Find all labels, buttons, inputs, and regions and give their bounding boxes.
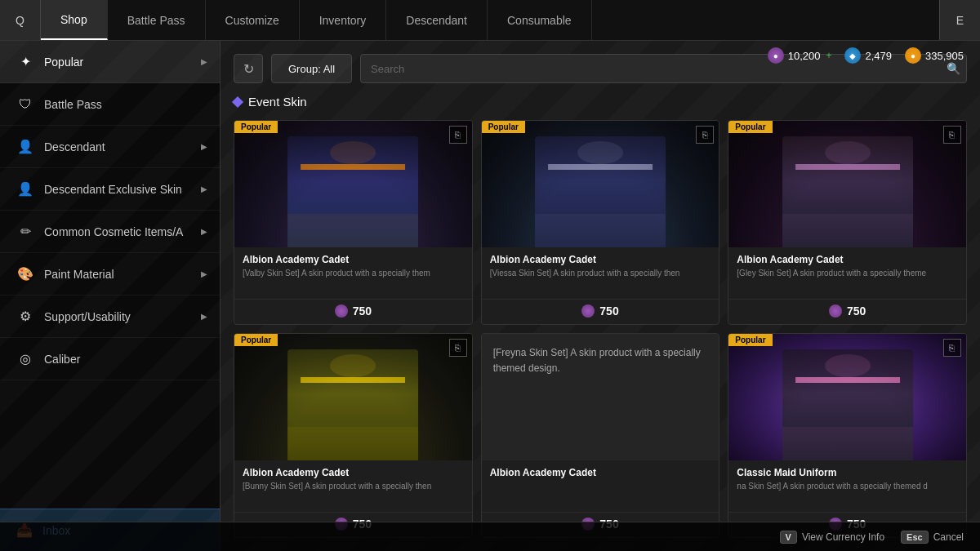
tab-battlepass[interactable]: Battle Pass (108, 0, 206, 40)
sidebar-item-caliber[interactable]: ◎ Caliber (0, 338, 220, 380)
tab-inventory[interactable]: Inventory (300, 0, 387, 40)
person-icon: 👤 (16, 138, 34, 156)
cancel-action[interactable]: Esc Cancel (901, 531, 964, 544)
q-key-icon: Q (16, 14, 24, 27)
group-filter-button[interactable]: Group: All (271, 54, 352, 83)
item-name-item4: Albion Academy Cadet (243, 467, 464, 478)
sidebar-item-descendant-skin[interactable]: 👤 Descendant Exclusive Skin ▶ (0, 168, 220, 211)
v-key: V (780, 531, 797, 544)
purple-plus: + (826, 50, 831, 61)
sidebar-item-descendant[interactable]: 👤 Descendant ▶ (0, 126, 220, 168)
currency-gold: ● 335,905 (905, 47, 964, 64)
sidebar-label-caliber: Caliber (44, 353, 80, 366)
gold-currency-icon: ● (905, 47, 921, 64)
sidebar-label-descendant-skin: Descendant Exclusive Skin (44, 183, 182, 196)
nav-left-button[interactable]: Q (0, 0, 41, 40)
sidebar-item-battlepass[interactable]: 🛡 Battle Pass (0, 83, 220, 126)
view-currency-action[interactable]: V View Currency Info (780, 531, 885, 544)
purple-currency-icon: ● (768, 47, 784, 64)
purple-amount: 10,200 (788, 50, 821, 62)
tab-shop-label: Shop (60, 13, 87, 26)
tab-battlepass-label: Battle Pass (127, 14, 185, 27)
item-info-item3: Albion Academy Cadet [Gley Skin Set] A s… (728, 247, 966, 299)
sidebar-label-paint: Paint Material (44, 268, 114, 281)
item-thumbnail-item1 (234, 121, 472, 247)
star-icon: ✦ (16, 53, 34, 71)
bottom-bar: V View Currency Info Esc Cancel (0, 522, 980, 551)
sidebar-item-popular[interactable]: ✦ Popular ▶ (0, 41, 220, 83)
copy-icon[interactable]: ⎘ (943, 339, 961, 357)
item-card-item2[interactable]: Popular ⎘ Albion Academy Cadet [Viessa S… (481, 120, 720, 325)
popular-badge: Popular (482, 121, 525, 133)
item-desc-item3: [Gley Skin Set] A skin product with a sp… (737, 268, 958, 278)
e-key-icon: E (956, 14, 964, 27)
price-currency-icon (829, 304, 842, 318)
sidebar-label-battlepass: Battle Pass (44, 98, 102, 111)
sidebar-label-cosmetic: Common Cosmetic Items/A (44, 225, 183, 238)
item-name-item2: Albion Academy Cadet (490, 254, 711, 265)
item-thumb-item3: Popular ⎘ (728, 121, 966, 247)
item-thumbnail-item6 (728, 334, 966, 460)
item-card-item3[interactable]: Popular ⎘ Albion Academy Cadet [Gley Ski… (728, 120, 967, 325)
main-layout: ✦ Popular ▶ 🛡 Battle Pass 👤 Descendant ▶… (0, 41, 980, 551)
tab-descendant[interactable]: Descendant (386, 0, 488, 40)
copy-icon[interactable]: ⎘ (696, 126, 714, 144)
price-currency-icon (581, 304, 595, 318)
item-desc-item2: [Viessa Skin Set] A skin product with a … (490, 268, 711, 278)
search-button[interactable]: 🔍 (947, 62, 960, 75)
currency-bar: ● 10,200 + ◆ 2,479 ● 335,905 (768, 47, 964, 64)
caliber-icon: ◎ (16, 350, 34, 368)
copy-icon[interactable]: ⎘ (449, 339, 467, 357)
sidebar-item-cosmetic[interactable]: ✏ Common Cosmetic Items/A ▶ (0, 211, 220, 253)
item-card-item4[interactable]: Popular ⎘ Albion Academy Cadet [Bunny Sk… (234, 333, 473, 538)
item-info-item5: Albion Academy Cadet (482, 460, 719, 512)
copy-icon[interactable]: ⎘ (943, 126, 961, 144)
chevron-right-icon-6: ▶ (201, 312, 207, 321)
price-currency-icon (335, 304, 348, 318)
item-info-item6: Classic Maid Uniform na Skin Set] A skin… (728, 460, 966, 512)
popular-badge: Popular (234, 334, 278, 346)
item-thumb-item2: Popular ⎘ (482, 121, 719, 247)
content-area: ↻ Group: All 🔍 Event Skin Popular ⎘ (220, 41, 980, 551)
tab-consumable-label: Consumable (507, 14, 572, 27)
nav-right-button[interactable]: E (939, 0, 980, 40)
item-info-item4: Albion Academy Cadet [Bunny Skin Set] A … (234, 460, 472, 512)
currency-purple: ● 10,200 + (768, 47, 832, 64)
cancel-label: Cancel (933, 531, 964, 543)
item-name-item1: Albion Academy Cadet (243, 254, 464, 265)
item-desc-only-item5: [Freyna Skin Set] A skin product with a … (482, 334, 719, 460)
item-name-item6: Classic Maid Uniform (737, 467, 958, 478)
tab-customize[interactable]: Customize (206, 0, 300, 40)
item-price-item1: 750 (234, 299, 472, 324)
sidebar-item-paint[interactable]: 🎨 Paint Material ▶ (0, 253, 220, 295)
item-card-item1[interactable]: Popular ⎘ Albion Academy Cadet [Valby Sk… (234, 120, 473, 325)
chevron-right-icon: ▶ (201, 57, 207, 66)
sidebar-label-support: Support/Usability (44, 310, 131, 323)
refresh-button[interactable]: ↻ (234, 54, 263, 83)
popular-badge: Popular (728, 334, 772, 346)
diamond-icon (232, 96, 243, 107)
tab-shop[interactable]: Shop (41, 0, 108, 40)
item-name-item3: Albion Academy Cadet (737, 254, 958, 265)
blue-amount: 2,479 (865, 50, 892, 62)
person-star-icon: 👤 (16, 180, 34, 198)
popular-badge: Popular (728, 121, 772, 133)
price-value: 750 (847, 304, 866, 318)
tab-inventory-label: Inventory (319, 14, 367, 27)
item-desc-item4: [Bunny Skin Set] A skin product with a s… (243, 481, 464, 491)
sidebar-item-support[interactable]: ⚙ Support/Usability ▶ (0, 295, 220, 338)
item-info-item2: Albion Academy Cadet [Viessa Skin Set] A… (482, 247, 719, 299)
item-desc-item1: [Valby Skin Set] A skin product with a s… (243, 268, 464, 278)
blue-currency-icon: ◆ (844, 47, 861, 64)
tab-consumable[interactable]: Consumable (488, 0, 592, 40)
copy-icon[interactable]: ⎘ (449, 126, 467, 144)
item-card-item5[interactable]: [Freyna Skin Set] A skin product with a … (481, 333, 720, 538)
chevron-right-icon-2: ▶ (201, 142, 207, 151)
item-card-item6[interactable]: Popular ⎘ Classic Maid Uniform na Skin S… (728, 333, 967, 538)
sidebar-label-descendant: Descendant (44, 140, 105, 153)
support-icon: ⚙ (16, 308, 34, 326)
view-currency-label: View Currency Info (802, 531, 884, 543)
tab-descendant-label: Descendant (406, 14, 467, 27)
item-info-item1: Albion Academy Cadet [Valby Skin Set] A … (234, 247, 472, 299)
item-thumbnail-item3 (728, 121, 966, 247)
